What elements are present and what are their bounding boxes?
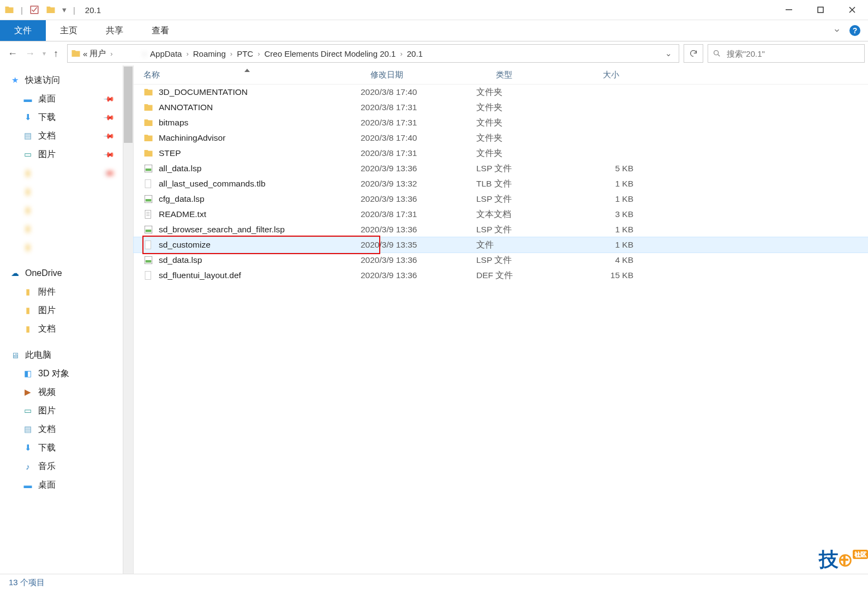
folder-icon — [143, 87, 153, 97]
table-row[interactable]: 3D_DOCUMENTATION2020/3/8 17:40文件夹 — [134, 85, 868, 100]
qat-dropdown-icon[interactable]: ▾ — [62, 5, 67, 15]
refresh-button[interactable] — [684, 44, 703, 63]
sidebar-item-downloads[interactable]: ⬇ 下载 📌 — [0, 108, 133, 127]
sidebar-onedrive[interactable]: ☁ OneDrive — [0, 264, 133, 283]
chevron-right-icon[interactable]: › — [228, 50, 235, 58]
column-type[interactable]: 类型 — [486, 70, 593, 80]
forward-button[interactable]: → — [25, 48, 35, 59]
folder-icon: ▮ — [23, 324, 33, 334]
table-row[interactable]: STEP2020/3/8 17:31文件夹 — [134, 146, 868, 161]
file-size: 1 KB — [573, 240, 643, 250]
table-row[interactable]: bitmaps2020/3/8 17:31文件夹 — [134, 115, 868, 130]
tab-home[interactable]: 主页 — [46, 20, 92, 41]
address-dropdown-icon[interactable]: ⌄ — [662, 49, 675, 58]
up-button[interactable]: ↑ — [53, 48, 58, 59]
file-date: 2020/3/9 13:36 — [361, 225, 476, 235]
file-type: 文本文档 — [476, 209, 573, 220]
download-icon: ⬇ — [23, 443, 33, 453]
table-row[interactable]: sd_customize2020/3/9 13:35文件1 KB — [134, 237, 868, 253]
search-input[interactable] — [726, 49, 860, 59]
sidebar-item-documents[interactable]: ▤文档 — [0, 420, 133, 438]
sidebar-item-attachments[interactable]: ▮ 附件 — [0, 283, 133, 301]
sidebar-item-blurred[interactable]: ▮ — [0, 238, 133, 256]
table-row[interactable]: sd_browser_search_and_filter.lsp2020/3/9… — [134, 222, 868, 237]
breadcrumb-item: Roaming› — [193, 49, 235, 58]
txt-icon — [143, 209, 153, 219]
file-type: 文件夹 — [476, 117, 573, 129]
sidebar-item-label: 图片 — [38, 149, 56, 160]
pictures-icon: ▭ — [23, 149, 33, 159]
ribbon-collapse-icon[interactable] — [833, 27, 841, 34]
status-bar: 13 个项目 — [0, 574, 868, 589]
folder-icon: ▮ — [23, 187, 33, 196]
file-name: 3D_DOCUMENTATION — [159, 87, 248, 97]
file-date: 2020/3/8 17:31 — [361, 209, 476, 219]
table-row[interactable]: ANNOTATION2020/3/8 17:31文件夹 — [134, 100, 868, 115]
sidebar-scrollbar[interactable] — [123, 65, 133, 574]
sidebar-item-music[interactable]: ♪音乐 — [0, 457, 133, 476]
tab-view[interactable]: 查看 — [137, 20, 183, 41]
sidebar-item-video[interactable]: ▶视频 — [0, 383, 133, 401]
search-box[interactable] — [708, 44, 865, 63]
column-name[interactable]: 名称 — [134, 70, 361, 80]
recent-locations-button[interactable]: ▾ — [43, 50, 46, 57]
scrollbar-thumb[interactable] — [124, 67, 133, 143]
column-date[interactable]: 修改日期 — [361, 70, 486, 80]
sidebar-quick-access[interactable]: ★ 快速访问 — [0, 71, 133, 89]
sidebar-item-pictures[interactable]: ▮ 图片 — [0, 301, 133, 320]
sidebar-item-desktop[interactable]: ▬ 桌面 📌 — [0, 89, 133, 108]
table-row[interactable]: all_data.lsp2020/3/9 13:36LSP 文件5 KB — [134, 161, 868, 176]
sidebar-item-blurred[interactable]: ▮ — [0, 219, 133, 238]
chevron-right-icon[interactable]: › — [141, 50, 148, 58]
address-bar[interactable]: « 用户› › AppData› Roaming› PTC› Creo Elem… — [67, 44, 679, 63]
file-name: all_data.lsp — [159, 164, 201, 173]
main-area: ★ 快速访问 ▬ 桌面 📌 ⬇ 下载 📌 ▤ 文档 📌 ▭ 图片 📌 — [0, 65, 868, 574]
sidebar-item-documents[interactable]: ▤ 文档 📌 — [0, 127, 133, 145]
breadcrumb-prefix[interactable]: « — [83, 49, 87, 58]
table-row[interactable]: cfg_data.lsp2020/3/9 13:36LSP 文件1 KB — [134, 191, 868, 207]
chevron-right-icon[interactable]: › — [255, 50, 262, 58]
svg-rect-5 — [146, 169, 152, 171]
file-date: 2020/3/9 13:36 — [361, 194, 476, 204]
chevron-right-icon[interactable]: › — [108, 50, 115, 58]
help-button[interactable]: ? — [849, 25, 860, 36]
folder-small-icon[interactable] — [46, 5, 56, 15]
table-row[interactable]: README.txt2020/3/8 17:31文本文档3 KB — [134, 207, 868, 222]
table-row[interactable]: sd_fluentui_layout.def2020/3/9 13:36DEF … — [134, 268, 868, 283]
sidebar-item-desktop[interactable]: ▬桌面 — [0, 476, 133, 494]
file-name: bitmaps — [159, 118, 188, 128]
sidebar-item-blurred[interactable]: ▮ — [0, 182, 133, 201]
minimize-button[interactable] — [773, 0, 805, 20]
window-title: 20.1 — [85, 5, 101, 15]
column-size[interactable]: 大小 — [593, 70, 663, 80]
tab-share[interactable]: 共享 — [92, 20, 137, 41]
sidebar-item-label: 视频 — [38, 387, 56, 398]
folder-icon: ▮ — [23, 242, 33, 252]
table-row[interactable]: all_last_used_commands.tlb2020/3/9 13:32… — [134, 176, 868, 191]
sidebar-item-pictures[interactable]: ▭ 图片 📌 — [0, 145, 133, 164]
table-row[interactable]: sd_data.lsp2020/3/9 13:36LSP 文件4 KB — [134, 253, 868, 268]
sidebar-item-3d[interactable]: ◧3D 对象 — [0, 364, 133, 383]
chevron-right-icon[interactable]: › — [398, 50, 404, 58]
sidebar-item-blurred[interactable]: ▮ — [0, 201, 133, 219]
sidebar-item-downloads[interactable]: ⬇下载 — [0, 438, 133, 457]
folder-icon: ▮ — [23, 224, 33, 233]
table-row[interactable]: MachiningAdvisor2020/3/8 17:40文件夹 — [134, 130, 868, 146]
status-text: 13 个项目 — [9, 578, 45, 588]
tab-file[interactable]: 文件 — [0, 20, 46, 41]
chevron-right-icon[interactable]: › — [184, 50, 190, 58]
folder-icon: ▮ — [23, 205, 33, 215]
checkbox-icon[interactable] — [29, 5, 39, 15]
sidebar-item-label: 音乐 — [38, 461, 56, 472]
sidebar-item-documents[interactable]: ▮ 文档 — [0, 320, 133, 338]
sidebar-item-pictures[interactable]: ▭图片 — [0, 401, 133, 420]
file-name: STEP — [159, 148, 181, 158]
file-type: 文件 — [476, 239, 573, 251]
sidebar-this-pc[interactable]: 🖥 此电脑 — [0, 346, 133, 364]
window-controls — [773, 0, 868, 20]
sidebar-item-blurred[interactable]: ▮ 📌 — [0, 164, 133, 182]
close-button[interactable] — [836, 0, 868, 20]
maximize-button[interactable] — [805, 0, 836, 20]
back-button[interactable]: ← — [8, 48, 17, 59]
folder-icon — [4, 5, 14, 15]
